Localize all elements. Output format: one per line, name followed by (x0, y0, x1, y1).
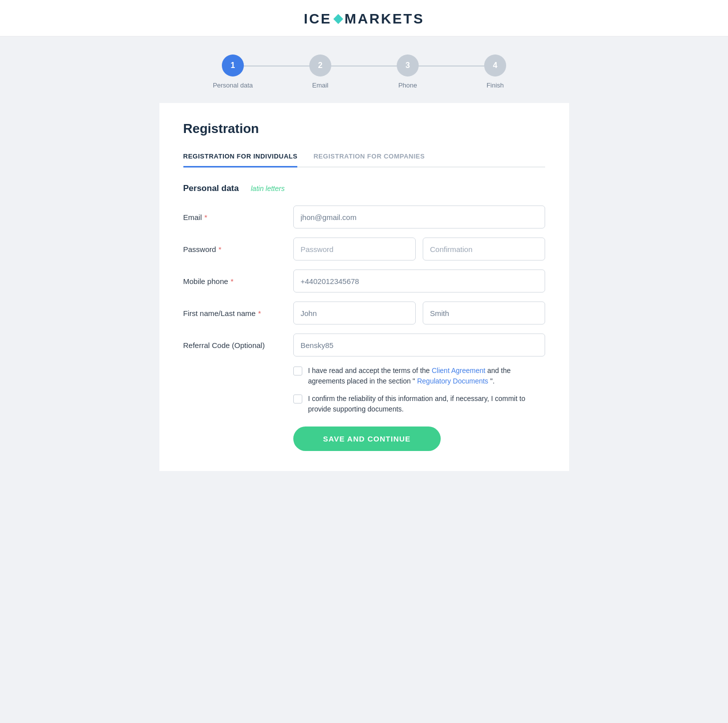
form-label-4: Referral Code (Optional) (183, 341, 293, 350)
form-fields-1 (293, 238, 545, 260)
step-circle-2[interactable]: 2 (309, 54, 331, 76)
form-fields-4 (293, 334, 545, 356)
required-star-1: * (218, 245, 221, 254)
checkbox-agreement-text: I have read and accept the terms of the … (308, 366, 545, 386)
save-and-continue-button[interactable]: SAVE AND CONTINUE (293, 426, 441, 451)
step-label-2: Email (312, 82, 329, 89)
stepper: 1Personal data2Email3Phone4Finish (189, 54, 539, 89)
stepper-section: 1Personal data2Email3Phone4Finish (159, 36, 569, 103)
required-star-3: * (258, 309, 261, 318)
form-row-2: Mobile phone * (183, 270, 545, 292)
form-section-title: Personal data (183, 184, 239, 194)
client-agreement-link[interactable]: Client Agreement (432, 366, 485, 374)
input-4-0[interactable] (293, 334, 545, 356)
step-4: 4Finish (452, 54, 539, 89)
step-circle-1: 1 (222, 54, 244, 76)
stepper-wrap: 1Personal data2Email3Phone4Finish (159, 36, 569, 103)
input-1-1[interactable] (423, 238, 545, 260)
checkbox-agreement[interactable] (293, 366, 302, 376)
checkbox-confirm[interactable] (293, 394, 302, 404)
form-fields-container: Email *Password *Mobile phone *First nam… (183, 206, 545, 356)
form-label-2: Mobile phone * (183, 277, 293, 286)
step-2: 2Email (277, 54, 364, 89)
step-3: 3Phone (364, 54, 452, 89)
checkbox-row-2: I confirm the reliability of this inform… (293, 394, 545, 414)
header: ICE MARKETS (0, 0, 728, 36)
step-1: 1Personal data (189, 54, 277, 89)
tab-1[interactable]: REGISTRATION FOR COMPANIES (313, 148, 425, 168)
form-row-0: Email * (183, 206, 545, 228)
form-section-header: Personal data latin letters (183, 184, 545, 194)
latin-hint: latin letters (251, 184, 285, 192)
form-row-4: Referral Code (Optional) (183, 334, 545, 356)
step-circle-4[interactable]: 4 (484, 54, 506, 76)
page-title: Registration (183, 121, 545, 136)
logo-text-left: ICE (304, 11, 332, 27)
step-circle-3[interactable]: 3 (397, 54, 419, 76)
form-fields-3 (293, 302, 545, 324)
form-label-0: Email * (183, 213, 293, 222)
save-button-wrap: SAVE AND CONTINUE (293, 426, 545, 451)
step-label-1: Personal data (213, 82, 253, 89)
tab-0[interactable]: REGISTRATION FOR INDIVIDUALS (183, 148, 298, 168)
input-1-0[interactable] (293, 238, 416, 260)
checkbox-row-1: I have read and accept the terms of the … (293, 366, 545, 386)
step-label-4: Finish (487, 82, 504, 89)
page-content: Registration REGISTRATION FOR INDIVIDUAL… (159, 103, 569, 471)
logo: ICE MARKETS (304, 11, 424, 27)
form-fields-2 (293, 270, 545, 292)
required-star-0: * (204, 213, 207, 222)
logo-diamond-icon (333, 14, 343, 24)
form-label-1: Password * (183, 245, 293, 254)
input-2-0[interactable] (293, 270, 545, 292)
form-label-3: First name/Last name * (183, 309, 293, 318)
form-fields-0 (293, 206, 545, 228)
regulatory-documents-link[interactable]: Regulatory Documents (417, 377, 488, 385)
form-row-3: First name/Last name * (183, 302, 545, 324)
step-label-3: Phone (398, 82, 417, 89)
input-3-1[interactable] (423, 302, 545, 324)
required-star-2: * (231, 277, 234, 286)
form-row-1: Password * (183, 238, 545, 260)
input-0-0[interactable] (293, 206, 545, 228)
checkbox-confirm-text: I confirm the reliability of this inform… (308, 394, 545, 414)
tabs: REGISTRATION FOR INDIVIDUALSREGISTRATION… (183, 148, 545, 168)
logo-text-right: MARKETS (345, 11, 424, 27)
checkboxes: I have read and accept the terms of the … (293, 366, 545, 414)
input-3-0[interactable] (293, 302, 416, 324)
